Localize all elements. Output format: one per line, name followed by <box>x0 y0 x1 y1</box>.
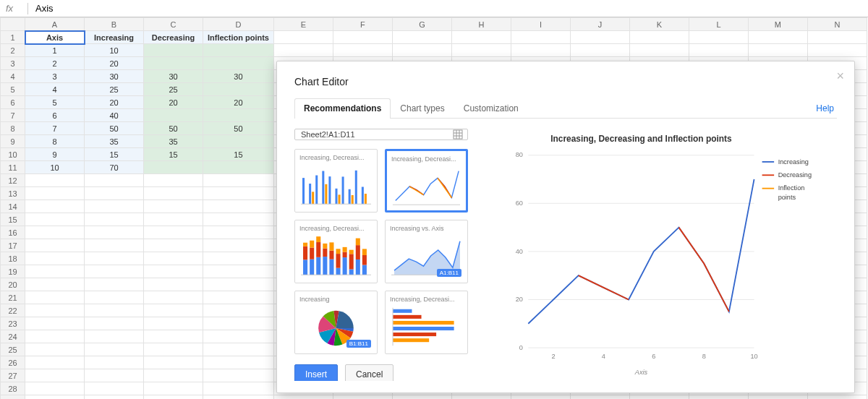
row-header[interactable]: 10 <box>1 148 25 161</box>
row-header[interactable]: 13 <box>1 187 25 200</box>
cell[interactable]: 35 <box>144 135 203 148</box>
cell[interactable] <box>570 395 629 400</box>
cell[interactable] <box>748 395 807 400</box>
cell[interactable] <box>203 187 274 200</box>
row-header[interactable]: 24 <box>1 330 25 343</box>
cell[interactable]: Inflection points <box>203 31 274 44</box>
row-header[interactable]: 28 <box>1 382 25 395</box>
cell[interactable] <box>203 369 274 382</box>
cell[interactable] <box>144 343 203 356</box>
cell[interactable] <box>203 343 274 356</box>
cell[interactable] <box>144 265 203 278</box>
row-header[interactable]: 29 <box>1 395 25 400</box>
row-header[interactable]: 25 <box>1 343 25 356</box>
cell[interactable] <box>144 356 203 369</box>
cell[interactable] <box>25 330 85 343</box>
col-header[interactable]: M <box>748 18 807 31</box>
cell[interactable]: 40 <box>85 109 144 122</box>
cell[interactable] <box>144 226 203 239</box>
row-header[interactable]: 18 <box>1 252 25 265</box>
cell[interactable] <box>203 356 274 369</box>
cell[interactable]: 20 <box>85 57 144 70</box>
row-header[interactable]: 12 <box>1 174 25 187</box>
cell[interactable]: 50 <box>203 122 274 135</box>
row-header[interactable]: 2 <box>1 44 25 57</box>
cell[interactable]: 6 <box>25 109 85 122</box>
cell[interactable] <box>511 395 570 400</box>
cell[interactable]: 35 <box>85 135 144 148</box>
cell[interactable] <box>807 395 867 400</box>
cell[interactable] <box>807 31 867 44</box>
cell[interactable] <box>85 174 144 187</box>
cell[interactable] <box>203 109 274 122</box>
cell[interactable]: 1 <box>25 44 85 57</box>
cell[interactable] <box>203 304 274 317</box>
cell[interactable]: Increasing <box>85 31 144 44</box>
insert-button[interactable]: Insert <box>294 364 338 381</box>
row-header[interactable]: 11 <box>1 161 25 174</box>
cell[interactable] <box>807 44 867 57</box>
cell[interactable] <box>25 278 85 291</box>
row-header[interactable]: 7 <box>1 109 25 122</box>
cell[interactable]: 8 <box>25 135 85 148</box>
cell[interactable] <box>85 304 144 317</box>
col-header[interactable]: I <box>511 18 570 31</box>
cell[interactable] <box>203 44 274 57</box>
cell[interactable] <box>85 356 144 369</box>
row-header[interactable]: 23 <box>1 317 25 330</box>
cell[interactable]: 5 <box>25 96 85 109</box>
cell[interactable] <box>144 304 203 317</box>
cell[interactable] <box>203 200 274 213</box>
cell[interactable] <box>25 174 85 187</box>
cell[interactable] <box>203 330 274 343</box>
cell[interactable] <box>85 291 144 304</box>
col-header[interactable]: G <box>392 18 451 31</box>
recommendation-card[interactable]: Increasing, Decreasi... <box>385 291 468 354</box>
cell[interactable] <box>144 395 203 400</box>
cell[interactable] <box>144 291 203 304</box>
cell[interactable] <box>25 213 85 226</box>
cell[interactable] <box>144 382 203 395</box>
row-header[interactable]: 8 <box>1 122 25 135</box>
tab-chart-types[interactable]: Chart types <box>391 98 454 119</box>
cell[interactable] <box>144 330 203 343</box>
cell[interactable]: Axis <box>25 31 85 44</box>
recommendation-card[interactable]: Increasing, Decreasi... <box>294 220 378 283</box>
cell[interactable] <box>85 213 144 226</box>
cell[interactable] <box>85 343 144 356</box>
cell[interactable]: 2 <box>25 57 85 70</box>
cell[interactable]: 20 <box>144 96 203 109</box>
col-header[interactable]: E <box>273 18 333 31</box>
cell[interactable] <box>144 252 203 265</box>
cell[interactable] <box>203 278 274 291</box>
recommendation-card[interactable]: IncreasingB1:B11 <box>294 291 378 354</box>
cell[interactable]: 3 <box>25 70 85 83</box>
row-header[interactable]: 17 <box>1 239 25 252</box>
cell[interactable] <box>203 57 274 70</box>
cell[interactable] <box>333 395 392 400</box>
cell[interactable]: 25 <box>85 83 144 96</box>
cell[interactable] <box>144 174 203 187</box>
cell[interactable] <box>629 31 689 44</box>
cell[interactable] <box>144 200 203 213</box>
cell[interactable] <box>273 31 333 44</box>
cell[interactable] <box>144 109 203 122</box>
row-header[interactable]: 15 <box>1 213 25 226</box>
row-header[interactable]: 22 <box>1 304 25 317</box>
cell[interactable] <box>203 174 274 187</box>
cell[interactable] <box>25 356 85 369</box>
cell[interactable]: 30 <box>85 70 144 83</box>
cell[interactable] <box>25 187 85 200</box>
cell[interactable]: 4 <box>25 83 85 96</box>
row-header[interactable]: 1 <box>1 31 25 44</box>
row-header[interactable]: 16 <box>1 226 25 239</box>
row-header[interactable]: 9 <box>1 135 25 148</box>
help-link[interactable]: Help <box>813 99 837 118</box>
cell[interactable] <box>85 317 144 330</box>
cell[interactable]: 50 <box>144 122 203 135</box>
recommendation-card[interactable]: Increasing vs. AxisA1:B11 <box>385 220 468 283</box>
cell[interactable] <box>144 369 203 382</box>
cell[interactable] <box>85 252 144 265</box>
col-header[interactable]: A <box>25 18 85 31</box>
cell[interactable] <box>689 395 748 400</box>
